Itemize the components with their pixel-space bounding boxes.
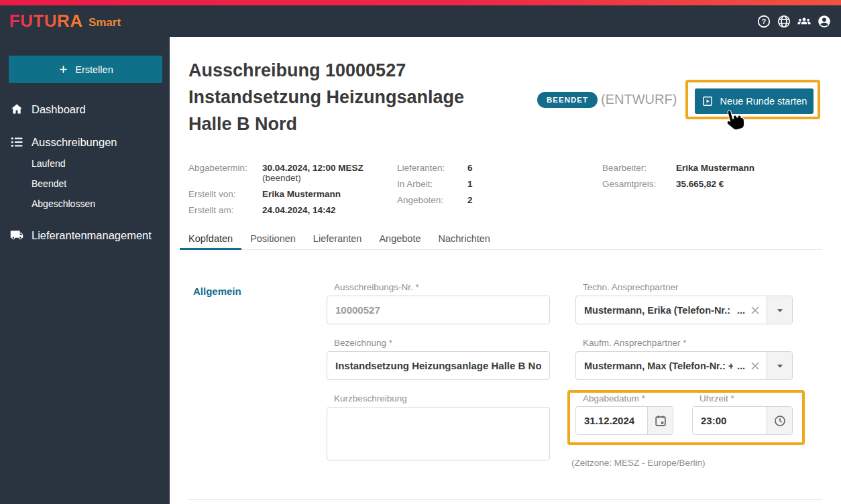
tab-kopfdaten[interactable]: Kopfdaten (180, 230, 241, 250)
meta-label: Lieferanten: (397, 163, 467, 173)
clock-icon[interactable] (767, 407, 792, 434)
truck-icon (9, 228, 24, 243)
sidebar-item-ausschreibungen[interactable]: Ausschreibungen (0, 134, 170, 150)
header-icon-bar: ? (756, 5, 832, 37)
meta-value-line2: (beendet) (262, 173, 363, 183)
highlight-new-round-button: Neue Runde starten (685, 80, 820, 119)
meta-label: Erstellt am: (188, 205, 262, 215)
techn-ansprechpartner-label: Techn. Ansprechpartner (583, 282, 679, 292)
app-header: FUTURA Smart ? (0, 5, 841, 37)
meta-label: Abgabetermin: (188, 163, 262, 183)
meta-value: 2 (467, 195, 473, 205)
list-icon (9, 135, 24, 149)
uhrzeit-label: Uhrzeit * (699, 393, 734, 403)
clear-icon[interactable] (746, 296, 767, 324)
meta-label: Angeboten: (397, 195, 467, 205)
create-button-label: Erstellen (75, 64, 113, 75)
logo-suffix-text: Smart (89, 13, 121, 29)
meta-value: Erika Mustermann (676, 163, 754, 173)
logo-text: FUTURA (9, 11, 83, 32)
page-title: Ausschreibung 10000527 Instandsetzung He… (188, 57, 509, 137)
meta-value: 24.04.2024, 14:42 (262, 205, 336, 215)
slideshow-icon (702, 95, 714, 107)
create-button[interactable]: Erstellen (9, 56, 162, 83)
abgabedatum-input[interactable] (576, 407, 647, 434)
meta-row: Erstellt von: Erika Mustermann (188, 189, 363, 199)
meta-value: 35.665,82 € (676, 179, 724, 189)
meta-label: Bearbeiter: (602, 163, 676, 173)
svg-text:?: ? (762, 17, 766, 25)
meta-column-editor: Bearbeiter: Erika Mustermann Gesamtpreis… (602, 163, 754, 195)
main-content: Ausschreibung 10000527 Instandsetzung He… (170, 37, 841, 504)
meta-row: Erstellt am: 24.04.2024, 14:42 (188, 205, 363, 215)
sidebar-subitem-abgeschlossen[interactable]: Abgeschlossen (32, 198, 95, 209)
meta-label: Erstellt von: (188, 189, 262, 199)
techn-ansprechpartner-select[interactable]: Mustermann, Erika (Telefon-Nr.: 061 ... (575, 296, 793, 324)
meta-column-deadline: Abgabetermin: 30.04.2024, 12:00 MESZ (be… (188, 163, 363, 221)
bezeichnung-label: Bezeichnung * (334, 338, 392, 348)
sidebar: Erstellen Dashboard Ausschreibungen Lauf… (0, 37, 170, 504)
truncation-ellipsis: ... (733, 352, 746, 379)
account-icon[interactable] (817, 14, 832, 29)
sidebar-subitem-laufend[interactable]: Laufend (32, 158, 66, 169)
uhrzeit-field (692, 406, 793, 435)
tab-lieferanten[interactable]: Lieferanten (304, 230, 371, 250)
uhrzeit-input[interactable] (693, 407, 767, 434)
chevron-down-icon[interactable] (767, 296, 792, 324)
tab-positionen[interactable]: Positionen (241, 230, 304, 250)
section-heading-allgemein: Allgemein (193, 286, 241, 297)
kurzbeschreibung-label: Kurzbeschreibung (334, 393, 407, 403)
help-icon[interactable]: ? (756, 14, 771, 29)
kurzbeschreibung-textarea[interactable] (327, 407, 550, 460)
app-logo: FUTURA Smart (9, 5, 121, 37)
chevron-down-icon[interactable] (767, 352, 792, 379)
meta-row: In Arbeit: 1 (397, 179, 473, 189)
bezeichnung-input[interactable] (327, 351, 550, 380)
meta-value: 6 (467, 163, 473, 173)
status-badge: BEENDET (537, 92, 598, 108)
section-divider (188, 499, 822, 500)
app-window: FUTURA Smart ? Erstellen (0, 0, 841, 504)
meta-value: 30.04.2024, 12:00 MESZ (beendet) (262, 163, 363, 183)
users-icon[interactable] (797, 14, 811, 29)
brand-top-strip (0, 0, 841, 5)
clear-icon[interactable] (746, 352, 767, 379)
meta-row: Lieferanten: 6 (397, 163, 473, 173)
draft-status-text: (ENTWURF) (601, 92, 677, 107)
sidebar-item-lieferantenmanagement[interactable]: Lieferantenmanagement (0, 227, 170, 243)
techn-ansprechpartner-value: Mustermann, Erika (Telefon-Nr.: 061 (576, 296, 733, 324)
tab-nachrichten[interactable]: Nachrichten (430, 230, 499, 250)
new-round-button[interactable]: Neue Runde starten (695, 88, 814, 114)
kaufm-ansprechpartner-select[interactable]: Mustermann, Max (Telefon-Nr.: +496 ... (575, 351, 793, 380)
sidebar-item-label: Dashboard (32, 103, 86, 116)
tab-angebote[interactable]: Angebote (370, 230, 429, 250)
meta-label: Gesamtpreis: (602, 179, 676, 189)
meta-value: Erika Mustermann (262, 189, 341, 199)
home-icon (9, 102, 24, 117)
sidebar-item-label: Lieferantenmanagement (32, 229, 152, 242)
kaufm-ansprechpartner-value: Mustermann, Max (Telefon-Nr.: +496 (576, 352, 733, 379)
sidebar-item-label: Ausschreibungen (32, 136, 117, 149)
calendar-icon[interactable] (647, 407, 673, 434)
abgabedatum-label: Abgabedatum * (583, 393, 645, 403)
sidebar-item-dashboard[interactable]: Dashboard (0, 101, 170, 117)
tab-bar: Kopfdaten Positionen Lieferanten Angebot… (180, 230, 822, 250)
ausschreibungs-nr-label: Ausschreibungs-Nr. * (334, 282, 419, 292)
plus-icon (58, 64, 69, 75)
meta-row: Abgabetermin: 30.04.2024, 12:00 MESZ (be… (188, 163, 363, 183)
abgabedatum-field (575, 406, 673, 435)
globe-icon[interactable] (777, 14, 791, 29)
meta-row: Gesamtpreis: 35.665,82 € (602, 179, 754, 189)
meta-column-counts: Lieferanten: 6 In Arbeit: 1 Angeboten: 2 (397, 163, 473, 211)
meta-label: In Arbeit: (397, 179, 467, 189)
sidebar-subitem-beendet[interactable]: Beendet (32, 178, 66, 189)
meta-row: Angeboten: 2 (397, 195, 473, 205)
meta-value: 1 (467, 179, 473, 189)
timezone-note: (Zeitzone: MESZ - Europe/Berlin) (571, 458, 706, 468)
truncation-ellipsis: ... (733, 296, 746, 324)
ausschreibungs-nr-input[interactable] (327, 296, 550, 324)
new-round-button-label: Neue Runde starten (720, 96, 807, 107)
meta-row: Bearbeiter: Erika Mustermann (602, 163, 754, 173)
kaufm-ansprechpartner-label: Kaufm. Ansprechpartner * (583, 338, 687, 348)
